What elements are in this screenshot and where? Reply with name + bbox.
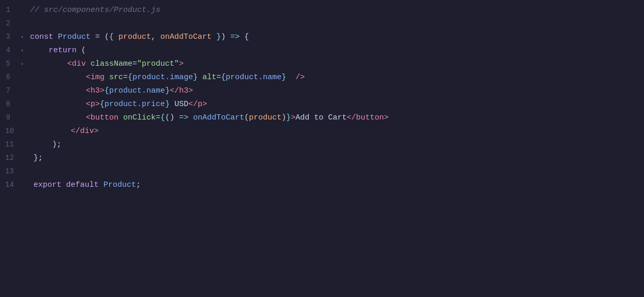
fold-arrow: ▾ (21, 34, 28, 42)
code-line: 13 (0, 166, 644, 179)
code-line: 6 <img src={product.image} alt={product.… (0, 71, 644, 85)
line-content: <p>{product.price} USD</p> (28, 98, 644, 111)
code-line: 8 <p>{product.price} USD</p> (0, 98, 644, 112)
code-line: 4▾ return ( (0, 44, 644, 58)
line-content: }; (32, 152, 644, 165)
code-line: 12 }; (0, 152, 644, 166)
code-line: 3▾const Product = ({ product, onAddToCar… (0, 31, 644, 44)
code-line: 11 ); (0, 139, 644, 152)
code-line: 14 export default Product; (0, 179, 644, 192)
line-number: 8 (0, 98, 21, 110)
fold-arrow: ▾ (21, 47, 28, 55)
code-line: 7 <h3>{product.name}</h3> (0, 85, 644, 98)
fold-arrow: ▾ (21, 61, 28, 69)
line-content: const Product = ({ product, onAddToCart … (28, 31, 644, 43)
line-number: 9 (0, 112, 21, 123)
line-number: 10 (0, 125, 24, 137)
line-number: 6 (0, 71, 21, 83)
line-content: <img src={product.image} alt={product.na… (28, 71, 644, 84)
line-number: 4 (0, 44, 21, 56)
line-content: <button onClick={() => onAddToCart(produ… (28, 112, 644, 124)
line-number: 2 (0, 18, 21, 29)
code-line: 2 (0, 18, 644, 31)
line-number: 3 (0, 31, 21, 42)
line-content: // src/components/Product.js (28, 4, 644, 17)
line-content: return ( (28, 44, 644, 57)
line-number: 12 (0, 152, 24, 164)
line-content: ); (32, 139, 644, 151)
line-number: 1 (0, 4, 21, 16)
line-content: <div className="product"> (28, 58, 644, 70)
line-content: </div> (32, 125, 644, 138)
code-line: 9 <button onClick={() => onAddToCart(pro… (0, 112, 644, 125)
line-number: 5 (0, 58, 21, 69)
line-content: <h3>{product.name}</h3> (28, 85, 644, 97)
code-line: 1 // src/components/Product.js (0, 4, 644, 18)
code-line: 5▾ <div className="product"> (0, 58, 644, 71)
line-number: 11 (0, 139, 24, 150)
line-number: 7 (0, 85, 21, 96)
line-number: 13 (0, 166, 24, 177)
line-content: export default Product; (32, 179, 644, 191)
code-editor: 1 // src/components/Product.js2 3▾const … (0, 0, 644, 297)
code-line: 10 </div> (0, 125, 644, 139)
line-number: 14 (0, 179, 24, 190)
